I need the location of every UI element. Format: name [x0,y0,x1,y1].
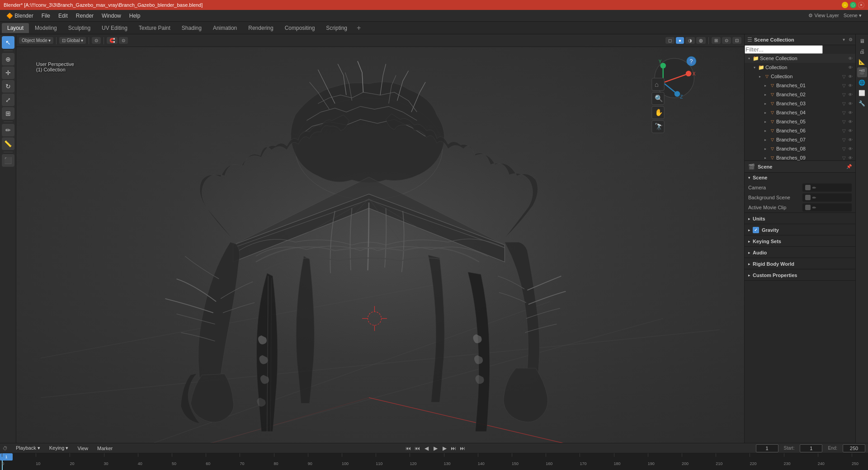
tool-scale[interactable]: ⤢ [2,94,14,106]
current-frame-input[interactable] [756,444,778,452]
outliner-filter[interactable]: ▾ [843,37,845,42]
outliner-settings[interactable]: ⚙ [849,37,853,42]
snap-toggle[interactable]: 🧲 [107,37,118,44]
jump-end-btn[interactable]: ⏭ [458,444,467,452]
outliner-item-branches_08[interactable]: ▸ ▽ Branches_08 ▽ 👁 [745,144,855,153]
world-props-btn[interactable]: 🌐 [857,78,867,88]
object-props-btn[interactable]: ⬜ [857,88,867,98]
add-workspace-button[interactable]: + [353,23,364,33]
outliner-item-branches_04[interactable]: ▸ ▽ Branches_04 ▽ 👁 [745,108,855,117]
camera-value[interactable]: ✏ [802,183,852,192]
vis-btn[interactable]: ▽ [841,74,847,79]
overlays-toggle[interactable]: ⊙ [722,37,731,44]
vis-btn[interactable]: ▽ [841,83,847,88]
outliner-item-branches_02[interactable]: ▸ ▽ Branches_02 ▽ 👁 [745,90,855,99]
menu-edit[interactable]: Edit [55,12,71,20]
viewport-shading-render[interactable]: ◍ [696,37,706,44]
outliner-search[interactable] [745,45,823,54]
output-props-btn[interactable]: 🖨 [857,47,867,56]
end-frame-input[interactable] [843,444,865,452]
global-orientation[interactable]: ⊡ Global ▾ [59,37,86,44]
menu-render[interactable]: Render [72,12,97,20]
vis-btn[interactable]: ▽ [841,101,847,106]
properties-pin[interactable]: 📌 [846,164,852,169]
background-scene-value[interactable]: ✏ [802,193,852,202]
outliner-scene-collection[interactable]: ▾ 📁 Scene Collection 👁 [745,54,855,63]
view-layer-props-btn[interactable]: 📐 [857,57,867,67]
tab-rendering[interactable]: Rendering [243,23,278,33]
scene-props-btn[interactable]: 🎬 [857,67,867,77]
tool-measure[interactable]: 📏 [2,137,14,150]
keying-menu[interactable]: Keying ▾ [47,445,71,451]
scene-selector[interactable]: Scene ▾ [844,13,862,19]
menu-help[interactable]: Help [126,12,144,20]
eye-btn[interactable]: 👁 [847,83,854,88]
jump-start-btn[interactable]: ⏮ [404,444,412,452]
render-props-btn[interactable]: 🖥 [857,36,867,46]
outliner-item-branches_03[interactable]: ▸ ▽ Branches_03 ▽ 👁 [745,99,855,108]
tab-compositing[interactable]: Compositing [279,23,321,33]
outliner-item-branches_01[interactable]: ▸ ▽ Branches_01 ▽ 👁 [745,81,855,90]
vis-btn[interactable]: ▽ [841,119,847,124]
tool-transform[interactable]: ⊞ [2,107,14,120]
viewport-shading-solid[interactable]: ● [676,37,684,44]
scene-section-header[interactable]: ▾ Scene [745,173,855,183]
object-mode-selector[interactable]: Object Mode ▾ [19,37,53,44]
playback-menu[interactable]: Playback ▾ [13,445,43,451]
tool-cursor[interactable]: ⊕ [2,53,14,66]
outliner-item-branches_06[interactable]: ▸ ▽ Branches_06 ▽ 👁 [745,126,855,135]
eye-btn[interactable]: 👁 [847,92,854,97]
start-frame-input[interactable] [800,444,822,452]
vis-btn[interactable]: ▽ [841,137,847,142]
marker-menu[interactable]: Marker [94,445,115,451]
eye-btn[interactable]: 👁 [847,119,854,124]
vis-btn[interactable]: ▽ [841,155,847,160]
keying-sets-header[interactable]: ▸ Keying Sets [745,236,855,246]
menu-file[interactable]: File [38,12,54,20]
play-btn[interactable]: ▶ [431,444,439,452]
eye-btn[interactable]: 👁 [847,137,854,142]
vis-btn[interactable]: ▽ [841,146,847,151]
tab-sculpting[interactable]: Sculpting [63,23,96,33]
vis-btn[interactable]: 👁 [847,65,854,70]
tab-texture-paint[interactable]: Texture Paint [133,23,176,33]
outliner-item-branches_07[interactable]: ▸ ▽ Branches_07 ▽ 👁 [745,135,855,144]
viewport-shading-material[interactable]: ◑ [685,37,695,44]
view-menu[interactable]: View [75,445,91,451]
close-button[interactable]: × [858,2,864,8]
outliner-item-collection[interactable]: ▸ ▽ Collection ▽ 👁 [745,72,855,81]
menu-blender[interactable]: 🔶 Blender [3,12,37,20]
gravity-header[interactable]: ▸ ✓ Gravity [745,225,855,235]
tab-layout[interactable]: Layout [2,23,29,33]
units-header[interactable]: ▸ Units [745,214,855,224]
audio-header[interactable]: ▸ Audio [745,248,855,258]
vis-btn[interactable]: ▽ [841,128,847,133]
tool-rotate[interactable]: ↻ [2,80,14,93]
vis-btn[interactable]: 👁 [847,56,854,61]
custom-props-header[interactable]: ▸ Custom Properties [745,270,855,280]
tool-annotate[interactable]: ✏ [2,124,14,136]
tab-scripting[interactable]: Scripting [321,23,353,33]
eye-btn[interactable]: 👁 [847,155,854,160]
eye-btn[interactable]: 👁 [847,101,854,106]
pivot-point[interactable]: ⊙ [92,37,101,44]
eye-btn[interactable]: 👁 [847,110,854,115]
eye-btn[interactable]: 👁 [847,74,854,79]
gravity-checkbox[interactable]: ✓ [753,227,759,233]
maximize-button[interactable]: □ [850,2,856,8]
menu-window[interactable]: Window [98,12,125,20]
eye-btn[interactable]: 👁 [847,146,854,151]
vis-btn[interactable]: ▽ [841,92,847,97]
gizmo-toggle[interactable]: ⊞ [712,37,721,44]
tool-move[interactable]: ✛ [2,66,14,79]
prev-keyframe-btn[interactable]: ⏮ [413,444,421,452]
tab-shading[interactable]: Shading [176,23,207,33]
viewport-shading-wireframe[interactable]: ◻ [665,37,675,44]
next-keyframe-btn[interactable]: ⏭ [449,444,458,452]
tool-add[interactable]: ⬛ [2,154,14,167]
minimize-button[interactable]: − [842,2,848,8]
tool-select[interactable]: ↖ [2,36,14,49]
eye-btn[interactable]: 👁 [847,128,854,133]
proportional-edit[interactable]: ⊙ [119,37,128,44]
tab-animation[interactable]: Animation [208,23,242,33]
